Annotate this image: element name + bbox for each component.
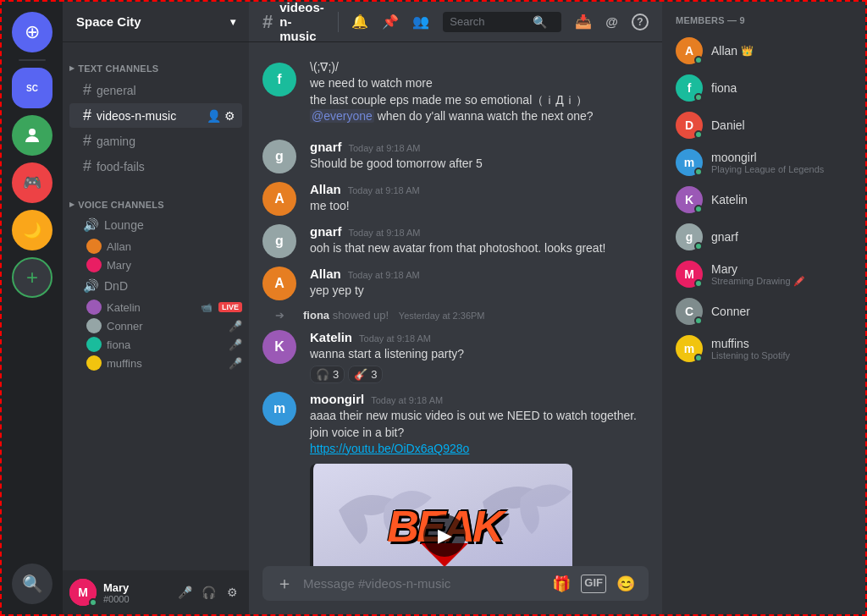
system-timestamp: Yesterday at 2:36PM bbox=[399, 311, 485, 321]
add-member-icon[interactable]: 👤 bbox=[207, 109, 221, 123]
help-icon[interactable]: ? bbox=[632, 14, 649, 30]
server-icon-5[interactable]: + bbox=[12, 257, 52, 298]
message-link[interactable]: https://youtu.be/OiDx6aQ928o bbox=[310, 441, 649, 457]
message-header: gnarf Today at 9:18 AM bbox=[310, 140, 649, 154]
server-icon-4[interactable]: 🌙 bbox=[12, 210, 52, 250]
member-item-fiona[interactable]: f fiona bbox=[669, 69, 859, 107]
message-header: gnarf Today at 9:18 AM bbox=[310, 224, 649, 239]
members-icon[interactable]: 👥 bbox=[412, 14, 429, 30]
bell-icon[interactable]: 🔔 bbox=[351, 14, 368, 30]
voice-member-conner[interactable]: Conner 🎤 bbox=[63, 316, 249, 335]
inbox-icon[interactable]: 📥 bbox=[575, 14, 592, 30]
microphone-icon[interactable]: 🎤 bbox=[174, 582, 195, 602]
message-author[interactable]: gnarf bbox=[310, 140, 342, 154]
mute-icon: 🎤 bbox=[229, 320, 242, 333]
voice-channel-lounge[interactable]: 🔊 Lounge bbox=[69, 214, 242, 236]
messages-container: f \(;∇;)/ we need to watch more the last… bbox=[249, 42, 662, 566]
chevron-right-icon: ▸ bbox=[69, 199, 75, 210]
channel-item-food-fails[interactable]: # food-fails bbox=[69, 154, 242, 179]
mute-icon: 🎤 bbox=[229, 338, 242, 351]
video-thumbnail[interactable]: BEAK ▶ bbox=[313, 464, 572, 566]
hash-icon: # bbox=[83, 157, 91, 175]
message-group-moongirl: m moongirl Today at 9:18 AM aaaa their n… bbox=[249, 388, 662, 566]
svg-point-0 bbox=[29, 129, 36, 135]
member-item-daniel[interactable]: D Daniel bbox=[669, 107, 859, 144]
gift-icon[interactable]: 🎁 bbox=[552, 575, 571, 593]
play-button[interactable]: ▶ bbox=[423, 514, 466, 557]
message-timestamp: Today at 9:18 AM bbox=[371, 395, 443, 405]
server-name-bar[interactable]: Space City ▾ bbox=[63, 2, 249, 42]
chat-header: # videos-n-music 🔔 📌 👥 🔍 📥 @ ? bbox=[249, 2, 662, 42]
voice-member-katelin[interactable]: Katelin 📹 LIVE bbox=[63, 298, 249, 316]
reaction-headphones[interactable]: 🎧 3 bbox=[310, 366, 345, 383]
member-info: gnarf bbox=[711, 230, 738, 244]
hash-icon: # bbox=[83, 107, 91, 124]
message-author[interactable]: Katelin bbox=[310, 330, 352, 344]
voice-member-fiona[interactable]: fiona 🎤 bbox=[63, 335, 249, 354]
add-file-icon[interactable]: ＋ bbox=[276, 572, 293, 595]
headset-icon[interactable]: 🎧 bbox=[198, 582, 218, 602]
current-user-name: Mary bbox=[103, 581, 168, 594]
members-sidebar: MEMBERS — 9 A Allan 👑 f fiona bbox=[662, 2, 865, 614]
server-icon-2[interactable] bbox=[12, 115, 52, 156]
member-name: Katelin bbox=[711, 193, 748, 206]
message-input-box: ＋ 🎁 GIF 😊 bbox=[262, 566, 649, 601]
member-item-conner[interactable]: C Conner bbox=[669, 293, 859, 330]
online-dot bbox=[694, 130, 703, 139]
message-text: \(;∇;)/ we need to watch more the last c… bbox=[310, 59, 649, 124]
search-bar[interactable]: 🔍 bbox=[443, 12, 561, 32]
message-text: ooh is that new avatar from that photosh… bbox=[310, 240, 649, 256]
member-item-muffins[interactable]: m muffins Listening to Spotify bbox=[669, 330, 859, 367]
message-author[interactable]: Allan bbox=[310, 182, 341, 196]
channel-header-name: videos-n-music bbox=[279, 2, 324, 43]
member-name: gnarf bbox=[711, 230, 738, 244]
voice-channel-label-lounge: Lounge bbox=[104, 218, 144, 232]
mention-icon[interactable]: @ bbox=[605, 14, 618, 29]
explore-servers-button[interactable]: 🔍 bbox=[12, 564, 52, 604]
member-item-moongirl[interactable]: m moongirl Playing League of Legends bbox=[669, 144, 859, 181]
message-text: me too! bbox=[310, 198, 649, 214]
message-text: aaaa their new music video is out we NEE… bbox=[310, 408, 649, 441]
member-name: fiona bbox=[711, 81, 737, 95]
input-right-icons: 🎁 GIF 😊 bbox=[552, 575, 635, 593]
voice-channel-dnd[interactable]: 🔊 DnD bbox=[69, 275, 242, 297]
gif-icon[interactable]: GIF bbox=[581, 575, 606, 593]
channel-item-videos-n-music[interactable]: # videos-n-music 👤 ⚙ bbox=[69, 103, 242, 128]
channel-item-gaming[interactable]: # gaming bbox=[69, 129, 242, 153]
system-author: fiona bbox=[303, 309, 329, 322]
mute-icon: 🎤 bbox=[229, 357, 242, 370]
settings-icon[interactable]: ⚙ bbox=[222, 582, 242, 602]
member-item-allan[interactable]: A Allan 👑 bbox=[669, 32, 859, 69]
voice-channels-category[interactable]: ▸ VOICE CHANNELS bbox=[63, 185, 249, 213]
member-info: Daniel bbox=[711, 118, 745, 132]
crown-icon: 👑 bbox=[741, 45, 754, 57]
channel-label-food-fails: food-fails bbox=[97, 160, 145, 173]
message-author[interactable]: Allan bbox=[310, 267, 341, 281]
search-icon: 🔍 bbox=[533, 15, 547, 29]
pin-icon[interactable]: 📌 bbox=[382, 14, 399, 30]
channel-hash-icon: # bbox=[262, 11, 273, 33]
discord-home-button[interactable]: ⊕ bbox=[12, 12, 52, 52]
message-text: yep yep ty bbox=[310, 283, 649, 299]
server-icon-spacecity[interactable]: SC bbox=[12, 68, 52, 108]
message-author[interactable]: gnarf bbox=[310, 224, 342, 239]
message-group-katelin: K Katelin Today at 9:18 AM wanna start a… bbox=[249, 327, 662, 387]
voice-member-allan[interactable]: Allan bbox=[63, 237, 249, 256]
hash-icon: # bbox=[83, 81, 91, 99]
member-item-katelin[interactable]: K Katelin bbox=[669, 181, 859, 218]
member-item-gnarf[interactable]: g gnarf bbox=[669, 218, 859, 256]
online-dot bbox=[694, 205, 703, 213]
settings-icon[interactable]: ⚙ bbox=[224, 109, 235, 123]
voice-member-mary[interactable]: Mary bbox=[63, 256, 249, 274]
emoji-icon[interactable]: 😊 bbox=[616, 575, 635, 593]
message-input[interactable] bbox=[303, 566, 542, 601]
text-channels-category[interactable]: ▸ TEXT CHANNELS bbox=[63, 49, 249, 77]
server-icon-3[interactable]: 🎮 bbox=[12, 162, 52, 203]
reaction-guitar[interactable]: 🎸 3 bbox=[348, 366, 383, 383]
voice-member-muffins[interactable]: muffins 🎤 bbox=[63, 354, 249, 372]
search-input[interactable] bbox=[450, 15, 526, 28]
message-author[interactable]: moongirl bbox=[310, 392, 364, 406]
hash-icon: # bbox=[83, 132, 91, 150]
member-item-mary[interactable]: M Mary Streaming Drawing 🖍️ bbox=[669, 256, 859, 293]
channel-item-general[interactable]: # general bbox=[69, 78, 242, 102]
